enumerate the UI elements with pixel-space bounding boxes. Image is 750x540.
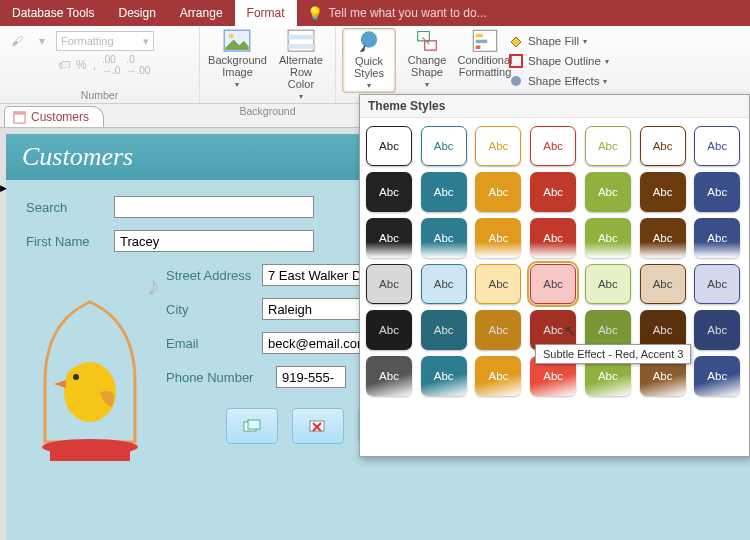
alternate-row-color-button[interactable]: Alternate Row Color ▾ — [273, 28, 329, 103]
picture-icon — [223, 30, 251, 52]
brush-icon[interactable]: ▾ — [31, 31, 53, 51]
style-swatch[interactable]: Abc — [475, 218, 521, 258]
change-shape-icon — [413, 30, 441, 52]
first-name-input[interactable] — [114, 230, 314, 252]
tell-me-search[interactable]: 💡 Tell me what you want to do... — [297, 0, 750, 26]
style-swatch[interactable]: Abc — [640, 172, 686, 212]
action-icon — [243, 419, 261, 433]
comma-icon[interactable]: , — [93, 58, 96, 72]
svg-rect-9 — [476, 46, 481, 49]
style-swatch[interactable]: Abc — [366, 356, 412, 396]
style-swatch[interactable]: Abc — [475, 264, 521, 304]
style-swatch[interactable]: Abc — [694, 310, 740, 350]
style-swatch[interactable]: Abc — [421, 126, 467, 166]
tell-me-placeholder: Tell me what you want to do... — [329, 6, 487, 20]
svg-point-15 — [66, 366, 94, 394]
style-swatch[interactable]: Abc — [530, 172, 576, 212]
svg-point-16 — [73, 374, 79, 380]
ribbon-format: 🖌 ▾ Formatting▾ 🏷 % , .00→.0 .0→.00 Numb… — [0, 26, 750, 104]
bird-cage-illustration — [30, 292, 150, 472]
quick-styles-icon — [355, 31, 383, 53]
bulb-icon: 💡 — [307, 6, 323, 21]
style-swatch[interactable]: Abc — [585, 126, 631, 166]
group-background-label: Background — [206, 103, 329, 119]
svg-rect-8 — [476, 40, 488, 43]
svg-point-1 — [229, 34, 234, 39]
style-swatch[interactable]: Abc — [640, 126, 686, 166]
style-swatch[interactable]: Abc — [694, 264, 740, 304]
style-swatch[interactable]: Abc — [475, 356, 521, 396]
tab-format[interactable]: Format — [235, 0, 297, 26]
format-painter-icon[interactable]: 🖌 — [6, 31, 28, 51]
quick-styles-gallery: Theme Styles AbcAbcAbcAbcAbcAbcAbcAbcAbc… — [359, 94, 750, 457]
cursor-icon: ↖ — [564, 322, 577, 340]
gallery-heading: Theme Styles — [360, 95, 749, 118]
svg-rect-3 — [288, 35, 314, 40]
format-number-select[interactable]: Formatting▾ — [56, 31, 154, 51]
doc-tab-customers[interactable]: Customers — [4, 106, 104, 127]
action-delete-icon — [309, 419, 327, 433]
style-swatch[interactable]: Abc — [475, 126, 521, 166]
svg-rect-18 — [50, 447, 130, 461]
style-swatch[interactable]: Abc — [421, 172, 467, 212]
style-swatch[interactable]: Abc — [421, 264, 467, 304]
background-image-button[interactable]: Background Image ▾ — [206, 28, 269, 91]
cond-fmt-icon — [471, 30, 499, 52]
style-swatch[interactable]: Abc — [366, 172, 412, 212]
style-swatch[interactable]: Abc — [530, 218, 576, 258]
group-number-label: Number — [6, 87, 193, 103]
currency-icon[interactable]: 🏷 — [58, 58, 70, 72]
increase-decimal-icon[interactable]: .00→.0 — [102, 54, 120, 76]
alt-row-icon — [287, 30, 315, 52]
style-swatch[interactable]: Abc — [421, 356, 467, 396]
style-tooltip: Subtle Effect - Red, Accent 3 — [535, 344, 691, 364]
svg-rect-4 — [288, 45, 314, 50]
svg-point-11 — [511, 76, 521, 86]
percent-icon[interactable]: % — [76, 58, 87, 72]
style-swatch[interactable]: Abc — [366, 218, 412, 258]
svg-rect-7 — [476, 34, 483, 37]
style-swatch[interactable]: Abc — [366, 126, 412, 166]
tab-arrange[interactable]: Arrange — [168, 0, 235, 26]
city-label: City — [166, 302, 252, 317]
style-swatch[interactable]: Abc — [475, 172, 521, 212]
style-swatch[interactable]: Abc — [694, 172, 740, 212]
style-swatch[interactable]: Abc — [530, 264, 576, 304]
decrease-decimal-icon[interactable]: .0→.00 — [126, 54, 150, 76]
style-swatch[interactable]: Abc — [475, 310, 521, 350]
style-swatch[interactable]: Abc — [694, 126, 740, 166]
phone-input[interactable] — [276, 366, 346, 388]
quick-styles-button[interactable]: Quick Styles ▾ — [342, 28, 396, 93]
style-swatch[interactable]: Abc — [694, 356, 740, 396]
style-swatch[interactable]: Abc — [585, 172, 631, 212]
form-action-2-button[interactable] — [292, 408, 344, 444]
style-swatch[interactable]: Abc — [585, 218, 631, 258]
style-swatch[interactable]: Abc — [421, 218, 467, 258]
style-swatch[interactable]: Abc — [366, 310, 412, 350]
style-swatch[interactable]: Abc — [640, 218, 686, 258]
svg-point-5 — [361, 32, 377, 48]
style-swatch[interactable]: Abc — [366, 264, 412, 304]
svg-rect-20 — [248, 420, 260, 429]
shape-outline-button[interactable]: Shape Outline▾ — [506, 52, 611, 70]
form-action-1-button[interactable] — [226, 408, 278, 444]
email-label: Email — [166, 336, 252, 351]
shape-fill-button[interactable]: Shape Fill▾ — [506, 32, 589, 50]
street-label: Street Address — [166, 268, 252, 283]
search-input[interactable] — [114, 196, 314, 218]
phone-label: Phone Number — [166, 370, 266, 385]
tab-design[interactable]: Design — [107, 0, 168, 26]
tab-database-tools[interactable]: Database Tools — [0, 0, 107, 26]
style-swatch[interactable]: Abc — [640, 264, 686, 304]
style-swatch[interactable]: Abc — [694, 218, 740, 258]
change-shape-button[interactable]: Change Shape ▾ — [400, 28, 454, 91]
search-label: Search — [26, 200, 104, 215]
shape-effects-button[interactable]: Shape Effects▾ — [506, 72, 609, 90]
style-swatch[interactable]: Abc — [585, 264, 631, 304]
svg-rect-13 — [14, 111, 25, 114]
form-icon — [13, 111, 26, 124]
svg-rect-10 — [510, 55, 522, 67]
style-swatch[interactable]: Abc — [530, 126, 576, 166]
first-name-label: First Name — [26, 234, 104, 249]
style-swatch[interactable]: Abc — [421, 310, 467, 350]
